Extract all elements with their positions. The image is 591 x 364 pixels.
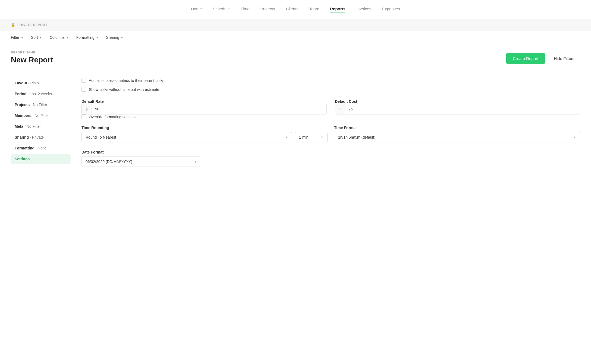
filter-btn-formatting[interactable]: Formatting▼ — [76, 35, 99, 40]
sidebar-value-layout: · Plain — [27, 81, 39, 85]
nav-item-clients[interactable]: Clients — [286, 7, 298, 12]
sidebar-value-sharing: · Private — [29, 135, 44, 139]
time-rounding-controls: Round To Nearest ▼ 1 min ▼ — [81, 132, 328, 142]
filter-label-filter: Filter — [11, 35, 19, 40]
nav-item-projects[interactable]: Projects — [260, 7, 275, 12]
default-rate-group: Default Rate $ — [81, 99, 327, 114]
filter-chevron-formatting: ▼ — [96, 36, 99, 39]
time-rounding-format-row: Time Rounding Round To Nearest ▼ 1 min ▼… — [81, 126, 580, 142]
time-rounding-unit-select[interactable]: 1 min ▼ — [295, 132, 328, 142]
filter-btn-sort[interactable]: Sort▼ — [31, 35, 42, 40]
time-rounding-unit-chevron: ▼ — [320, 136, 323, 139]
date-format-section: Date Format 06/02/2020 (DD/MM/YYYY) ▼ — [81, 150, 580, 167]
nav-item-team[interactable]: Team — [309, 7, 319, 12]
sidebar-label-settings: Settings — [15, 157, 30, 161]
sidebar-item-settings[interactable]: Settings — [11, 154, 71, 164]
sidebar-item-meta[interactable]: Meta · No Filter — [11, 122, 71, 131]
filter-label-sharing: Sharing — [106, 35, 119, 40]
sidebar: Layout · PlainPeriod · Last 2 weeksProje… — [11, 78, 71, 167]
sidebar-item-sharing[interactable]: Sharing · Private — [11, 132, 71, 142]
time-rounding-unit-value: 1 min — [299, 135, 308, 139]
sidebar-label-sharing: Sharing — [15, 135, 29, 139]
nav-item-time[interactable]: Time — [241, 7, 250, 12]
time-format-section: Time Format 1h/1h 5m/5m (default) ▼ — [334, 126, 580, 142]
sidebar-item-members[interactable]: Members · No Filter — [11, 111, 71, 120]
sidebar-label-layout: Layout — [15, 81, 27, 85]
sidebar-value-period: · Last 2 weeks — [27, 92, 52, 96]
subtasks-checkbox[interactable] — [81, 78, 86, 83]
time-rounding-select[interactable]: Round To Nearest ▼ — [81, 132, 292, 142]
report-title: New Report — [11, 56, 53, 64]
default-cost-input-wrap: $ — [335, 104, 580, 114]
tasks-no-time-checkbox-row: Show tasks without time but with estimat… — [81, 87, 580, 92]
subtasks-label: Add all subtasks metrics to their parent… — [89, 78, 164, 83]
sidebar-value-members: · No Filter — [31, 113, 49, 118]
report-name-label: REPORT NAME — [11, 51, 53, 54]
top-nav: HomeScheduleTimeProjectsClientsTeamRepor… — [0, 0, 591, 19]
time-rounding-label: Time Rounding — [81, 126, 328, 130]
tasks-no-time-label: Show tasks without time but with estimat… — [89, 87, 159, 92]
filter-bar: Filter▼Sort▼Columns▼Formatting▼Sharing▼ — [0, 31, 591, 44]
filter-chevron-sharing: ▼ — [121, 36, 123, 39]
nav-item-invoices[interactable]: Invoices — [356, 7, 371, 12]
sidebar-label-formatting: Formatting — [15, 146, 34, 150]
rate-cost-row: Default Rate $ Default Cost $ — [81, 99, 580, 114]
sidebar-item-period[interactable]: Period · Last 2 weeks — [11, 89, 71, 99]
sidebar-item-projects[interactable]: Projects · No Filter — [11, 100, 71, 110]
sidebar-item-layout[interactable]: Layout · Plain — [11, 78, 71, 88]
rate-cost-section: Default Rate $ Default Cost $ — [81, 99, 580, 114]
main-content: Layout · PlainPeriod · Last 2 weeksProje… — [0, 70, 591, 175]
default-cost-label: Default Cost — [335, 99, 580, 104]
tasks-no-time-checkbox[interactable] — [81, 87, 86, 92]
filter-label-sort: Sort — [31, 35, 38, 40]
date-format-select[interactable]: 06/02/2020 (DD/MM/YYYY) ▼ — [81, 157, 201, 167]
create-report-button[interactable]: Create Report — [506, 53, 545, 64]
date-format-chevron: ▼ — [194, 160, 197, 163]
time-format-chevron: ▼ — [573, 136, 576, 139]
sidebar-value-meta: · No Filter — [23, 124, 41, 129]
report-name-section: REPORT NAME New Report — [11, 51, 53, 64]
sidebar-item-formatting[interactable]: Formatting · None — [11, 143, 71, 153]
default-cost-input[interactable] — [345, 104, 580, 114]
filter-btn-columns[interactable]: Columns▼ — [50, 35, 69, 40]
default-cost-group: Default Cost $ — [335, 99, 580, 114]
default-rate-input-wrap: $ — [81, 104, 327, 114]
private-banner: 🔒 PRIVATE REPORT — [0, 19, 591, 31]
time-rounding-section: Time Rounding Round To Nearest ▼ 1 min ▼ — [81, 126, 328, 142]
filter-btn-sharing[interactable]: Sharing▼ — [106, 35, 123, 40]
date-format-value: 06/02/2020 (DD/MM/YYYY) — [86, 159, 132, 164]
time-format-label: Time Format — [334, 126, 580, 130]
nav-item-reports[interactable]: Reports — [330, 7, 345, 12]
time-rounding-value: Round To Nearest — [86, 135, 116, 139]
override-label: Override formatting settings — [89, 115, 136, 119]
time-format-select[interactable]: 1h/1h 5m/5m (default) ▼ — [334, 132, 580, 142]
time-rounding-chevron: ▼ — [285, 136, 288, 139]
filter-label-formatting: Formatting — [76, 35, 95, 40]
nav-item-expenses[interactable]: Expenses — [382, 7, 400, 12]
nav-item-home[interactable]: Home — [191, 7, 202, 12]
subtasks-checkbox-row: Add all subtasks metrics to their parent… — [81, 78, 580, 83]
filter-chevron-filter: ▼ — [21, 36, 23, 39]
filter-chevron-columns: ▼ — [66, 36, 69, 39]
header-actions: Create Report Hide Filters — [506, 53, 580, 64]
sidebar-label-period: Period — [15, 92, 27, 96]
filter-chevron-sort: ▼ — [39, 36, 42, 39]
settings-panel: Add all subtasks metrics to their parent… — [81, 78, 580, 167]
sidebar-label-members: Members — [15, 113, 31, 118]
override-checkbox[interactable] — [81, 114, 86, 119]
default-rate-input[interactable] — [92, 104, 326, 114]
nav-item-schedule[interactable]: Schedule — [213, 7, 230, 12]
default-rate-label: Default Rate — [81, 99, 327, 104]
rate-prefix: $ — [82, 104, 92, 114]
sidebar-label-projects: Projects — [15, 103, 30, 107]
private-report-label: PRIVATE REPORT — [17, 23, 48, 27]
time-format-value: 1h/1h 5m/5m (default) — [338, 135, 375, 139]
filter-btn-filter[interactable]: Filter▼ — [11, 35, 23, 40]
sidebar-value-projects: · No Filter — [30, 103, 47, 107]
hide-filters-button[interactable]: Hide Filters — [548, 53, 580, 64]
cost-prefix: $ — [335, 104, 345, 114]
sidebar-label-meta: Meta — [15, 124, 23, 129]
filter-label-columns: Columns — [50, 35, 65, 40]
sidebar-value-formatting: · None — [34, 146, 47, 150]
override-row: Override formatting settings — [81, 114, 580, 119]
